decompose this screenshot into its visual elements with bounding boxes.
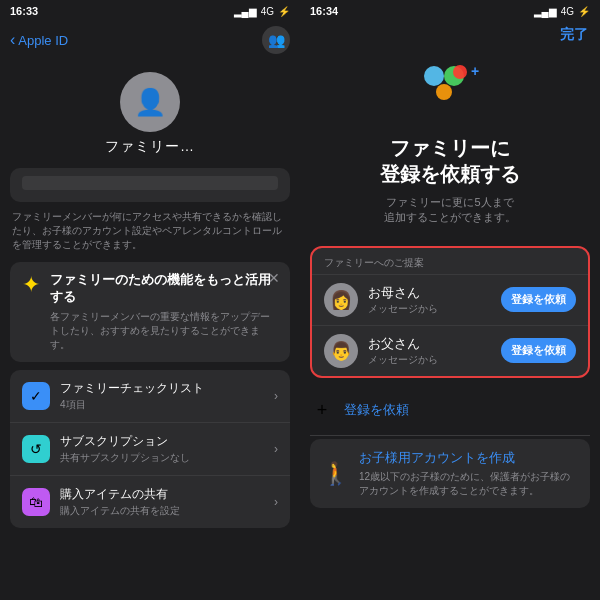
menu-item-title: ファミリーチェックリスト	[60, 380, 264, 397]
avatar-icon: 👤	[134, 87, 166, 118]
list-item[interactable]: ↺ サブスクリプション 共有サブスクリプションなし ›	[10, 423, 290, 476]
right-screen: 16:34 ▂▄▆ 4G ⚡ 完了 + ファミリーに登録を依頼する ファミリーに…	[300, 0, 600, 600]
star-icon: ✦	[22, 272, 40, 298]
right-header: + ファミリーに登録を依頼する ファミリーに更に5人まで追加することができます。	[300, 52, 600, 242]
account-row[interactable]	[10, 168, 290, 202]
profile-name: ファミリー…	[105, 138, 195, 156]
menu-item-subtitle: 4項目	[60, 398, 264, 412]
list-item: 👨 お父さん メッセージから 登録を依頼	[312, 325, 588, 376]
action-invite-label: 登録を依頼	[344, 401, 409, 419]
child-content: お子様用アカウントを作成 12歳以下のお子様のために、保護者がお子様のアカウント…	[359, 449, 578, 498]
feature-card-content: ファミリーのための機能をもっと活用する 各ファミリーメンバーの重要な情報をアップ…	[50, 272, 278, 352]
time-right: 16:34	[310, 5, 338, 17]
feature-card[interactable]: ✦ ファミリーのための機能をもっと活用する 各ファミリーメンバーの重要な情報をア…	[10, 262, 290, 362]
svg-point-2	[436, 84, 452, 100]
status-icons-right: ▂▄▆ 4G ⚡	[534, 6, 590, 17]
status-bar-right: 16:34 ▂▄▆ 4G ⚡	[300, 0, 600, 22]
family-svg-icon: +	[420, 62, 480, 112]
left-screen: 16:33 ▂▄▆ 4G ⚡ ‹ Apple ID 👥 👤 ファミリー… ファミ…	[0, 0, 300, 600]
menu-item-subtitle: 購入アイテムの共有を設定	[60, 504, 264, 518]
right-desc: ファミリーに更に5人まで追加することができます。	[384, 195, 516, 226]
suggestion-content: お父さん メッセージから	[368, 335, 491, 367]
suggestion-content: お母さん メッセージから	[368, 284, 491, 316]
svg-text:+: +	[471, 63, 479, 79]
profile-section: 👤 ファミリー…	[0, 62, 300, 164]
menu-item-title: サブスクリプション	[60, 433, 264, 450]
network-type-left: 4G	[261, 6, 274, 17]
family-description: ファミリーメンバーが何にアクセスや共有できるかを確認したり、お子様のアカウント設…	[0, 206, 300, 258]
checklist-icon: ✓	[22, 382, 50, 410]
avatar-mom: 👩	[324, 283, 358, 317]
account-value	[22, 176, 278, 190]
menu-item-subtitle: 共有サブスクリプションなし	[60, 451, 264, 465]
menu-item-content: ファミリーチェックリスト 4項目	[60, 380, 264, 412]
svg-point-0	[424, 66, 444, 86]
nav-bar-right: 完了	[300, 22, 600, 52]
subscription-icon: ↺	[22, 435, 50, 463]
svg-point-3	[453, 65, 467, 79]
family-people-icon: 👥	[268, 32, 285, 48]
family-icon-button[interactable]: 👥	[262, 26, 290, 54]
signal-bars-left: ▂▄▆	[234, 6, 257, 17]
chevron-right-icon: ›	[274, 389, 278, 403]
feature-card-title: ファミリーのための機能をもっと活用する	[50, 272, 278, 306]
mom-avatar-icon: 👩	[330, 289, 352, 311]
menu-item-content: サブスクリプション 共有サブスクリプションなし	[60, 433, 264, 465]
avatar-dad: 👨	[324, 334, 358, 368]
menu-item-title: 購入アイテムの共有	[60, 486, 264, 503]
back-label: Apple ID	[18, 33, 68, 48]
status-bar-left: 16:33 ▂▄▆ 4G ⚡	[0, 0, 300, 22]
feature-card-desc: 各ファミリーメンバーの重要な情報をアップデートしたり、おすすめを見たりすることが…	[50, 310, 278, 352]
network-type-right: 4G	[561, 6, 574, 17]
plus-icon: +	[310, 400, 334, 421]
avatar: 👤	[120, 72, 180, 132]
suggestions-title: ファミリーへのご提案	[312, 248, 588, 274]
child-section[interactable]: 🚶 お子様用アカウントを作成 12歳以下のお子様のために、保護者がお子様のアカウ…	[310, 439, 590, 508]
right-title: ファミリーに登録を依頼する	[380, 135, 520, 187]
time-left: 16:33	[10, 5, 38, 17]
chevron-left-icon: ‹	[10, 31, 15, 49]
signal-bars-right: ▂▄▆	[534, 6, 557, 17]
action-invite[interactable]: + 登録を依頼	[310, 390, 590, 431]
divider	[310, 435, 590, 436]
child-person-icon: 🚶	[322, 461, 349, 487]
suggestion-sub: メッセージから	[368, 353, 491, 367]
chevron-right-icon: ›	[274, 495, 278, 509]
menu-section: ✓ ファミリーチェックリスト 4項目 › ↺ サブスクリプション 共有サブスクリ…	[10, 370, 290, 528]
invite-mom-button[interactable]: 登録を依頼	[501, 287, 576, 312]
back-button[interactable]: ‹ Apple ID	[10, 31, 68, 49]
dad-avatar-icon: 👨	[330, 340, 352, 362]
invite-dad-button[interactable]: 登録を依頼	[501, 338, 576, 363]
status-icons-left: ▂▄▆ 4G ⚡	[234, 6, 290, 17]
battery-left: ⚡	[278, 6, 290, 17]
child-item: 🚶 お子様用アカウントを作成 12歳以下のお子様のために、保護者がお子様のアカウ…	[322, 449, 578, 498]
suggestions-section: ファミリーへのご提案 👩 お母さん メッセージから 登録を依頼 👨 お父さん メ…	[310, 246, 590, 378]
list-item[interactable]: 🛍 購入アイテムの共有 購入アイテムの共有を設定 ›	[10, 476, 290, 528]
child-desc: 12歳以下のお子様のために、保護者がお子様のアカウントを作成することができます。	[359, 470, 578, 498]
family-large-icon: +	[420, 62, 480, 123]
suggestion-name: お父さん	[368, 335, 491, 353]
action-section: + 登録を依頼	[310, 390, 590, 431]
nav-bar-left: ‹ Apple ID 👥	[0, 22, 300, 62]
purchase-icon: 🛍	[22, 488, 50, 516]
close-icon[interactable]: ✕	[268, 270, 280, 286]
suggestion-sub: メッセージから	[368, 302, 491, 316]
list-item[interactable]: ✓ ファミリーチェックリスト 4項目 ›	[10, 370, 290, 423]
suggestion-name: お母さん	[368, 284, 491, 302]
menu-item-content: 購入アイテムの共有 購入アイテムの共有を設定	[60, 486, 264, 518]
battery-right: ⚡	[578, 6, 590, 17]
list-item: 👩 お母さん メッセージから 登録を依頼	[312, 274, 588, 325]
child-title: お子様用アカウントを作成	[359, 449, 578, 467]
done-button[interactable]: 完了	[560, 26, 588, 44]
chevron-right-icon: ›	[274, 442, 278, 456]
